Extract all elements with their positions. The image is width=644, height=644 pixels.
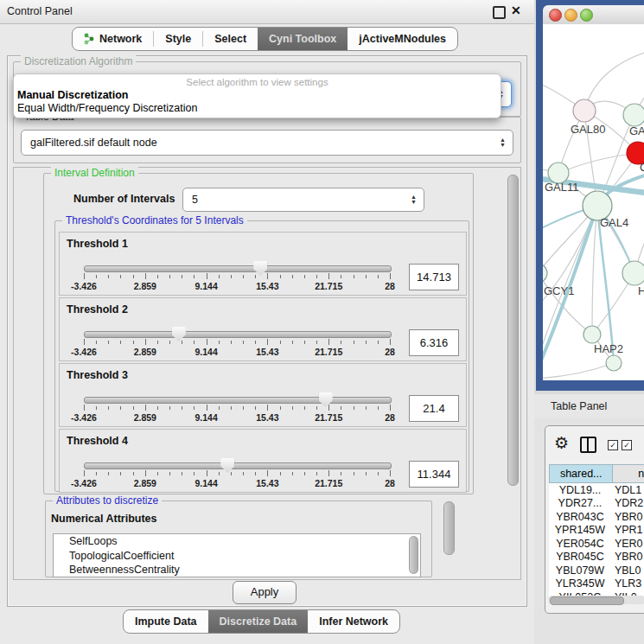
threshold-value-field[interactable]: 14.713 — [409, 264, 459, 290]
numerical-attributes-list[interactable]: SelfLoopsTopologicalCoefficientBetweenne… — [53, 533, 421, 577]
table-cell[interactable]: YBR043C — [549, 510, 611, 524]
table-cell[interactable]: YBR0 — [611, 510, 644, 524]
slider-tick — [133, 275, 134, 278]
table-row[interactable]: YDL19...YDL1 — [549, 483, 644, 497]
slider-track[interactable] — [84, 462, 392, 469]
table-cell[interactable]: YBL0 — [611, 564, 644, 577]
tab-network[interactable]: Network — [73, 28, 153, 50]
table-row[interactable]: YBR045CYBR0 — [549, 551, 644, 564]
network-node-hap2[interactable] — [583, 326, 601, 343]
table-cell[interactable]: YDL19... — [549, 483, 611, 497]
table-row[interactable]: YER054CYER0 — [549, 537, 644, 551]
network-edge[interactable] — [543, 273, 592, 335]
thresholds-group-title: Threshold's Coordinates for 5 Intervals — [62, 214, 247, 226]
slider-tick — [243, 275, 244, 278]
algorithm-option-2[interactable]: Equal Width/Frequency Discretization — [17, 102, 493, 114]
table-row[interactable]: YLR345WYLR3 — [549, 577, 644, 591]
network-node-h[interactable] — [622, 261, 644, 285]
tab-cyni-toolbox[interactable]: Cyni Toolbox — [258, 28, 348, 50]
table-row[interactable]: YBR043CYBR0 — [549, 510, 644, 524]
bottom-tab-discretize-data[interactable]: Discretize Data — [208, 610, 309, 633]
slider-tick — [292, 406, 293, 410]
close-icon[interactable]: ✕ — [511, 3, 521, 17]
algorithm-option-1[interactable]: Manual Discretization — [17, 89, 493, 101]
close-traffic-light-icon[interactable] — [549, 9, 562, 22]
table-row[interactable]: YDR27...YDR2 — [549, 497, 644, 511]
tab-style[interactable]: Style — [154, 28, 202, 50]
network-node-gcy1[interactable] — [543, 264, 547, 283]
slider-tick — [207, 470, 207, 476]
slider-tick — [120, 406, 121, 410]
table-cell[interactable]: YLR3 — [611, 577, 644, 591]
apply-button[interactable]: Apply — [233, 581, 296, 604]
slider-handle[interactable] — [319, 392, 333, 407]
slider-tick — [169, 406, 170, 410]
threshold-value-field[interactable]: 6.316 — [409, 329, 459, 356]
table-cell[interactable]: YLR345W — [549, 577, 611, 591]
threshold-value-field[interactable]: 11.344 — [409, 461, 459, 488]
table-cell[interactable]: YPR1 — [611, 524, 644, 538]
slider-tick-label: -3.426 — [71, 347, 97, 357]
network-edge[interactable] — [584, 50, 644, 111]
numerical-attributes-label: Numerical Attributes — [51, 513, 156, 525]
table-row[interactable]: YBL079WYBL0 — [549, 564, 644, 577]
bottom-tab-impute-data[interactable]: Impute Data — [124, 610, 208, 633]
minimize-traffic-light-icon[interactable] — [564, 9, 577, 22]
deselect-all-checkbox-icon[interactable]: ✓ — [622, 440, 632, 450]
table-cell[interactable]: YER0 — [611, 537, 644, 551]
network-node-ga[interactable] — [623, 104, 644, 126]
table-column-header[interactable]: shared... — [549, 464, 613, 483]
table-data-combobox[interactable]: galFiltered.sif default node ▲▼ — [21, 130, 513, 156]
slider-tick — [390, 405, 391, 411]
gear-icon[interactable]: ⚙ — [554, 433, 569, 452]
inner-scrollbar-thumb[interactable] — [443, 501, 455, 555]
network-node[interactable] — [606, 355, 622, 371]
slider-tick — [182, 406, 182, 410]
float-window-icon[interactable] — [493, 6, 506, 19]
table-cell[interactable]: YPR145W — [549, 524, 611, 538]
attribute-list-item[interactable]: TopologicalCoefficient — [54, 549, 420, 564]
slider-tick — [182, 341, 182, 344]
slider-handle[interactable] — [220, 458, 234, 473]
slider-tick — [390, 273, 391, 279]
slider-tick — [341, 472, 341, 475]
slider-tick-label: 21.715 — [315, 412, 342, 423]
slider-track[interactable] — [84, 331, 392, 338]
threshold-value-field[interactable]: 21.4 — [409, 395, 459, 422]
network-node-gal80[interactable] — [573, 99, 596, 122]
column-layout-icon[interactable] — [580, 437, 596, 453]
table-column-header[interactable]: n — [613, 464, 644, 483]
number-of-intervals-combobox[interactable]: 5 ▲▼ — [182, 188, 424, 212]
network-edge[interactable] — [543, 363, 614, 379]
table-cell[interactable]: YDR2 — [611, 497, 644, 511]
network-edge[interactable] — [592, 206, 597, 335]
slider-tick — [354, 472, 354, 475]
network-node-label: GAL11 — [545, 181, 579, 194]
attribute-list-item[interactable]: BetweennessCentrality — [54, 563, 420, 577]
slider-track[interactable] — [84, 265, 392, 272]
bottom-tab-infer-network[interactable]: Infer Network — [308, 610, 399, 633]
slider-tick-label: 15.43 — [256, 281, 278, 291]
slider-track[interactable] — [84, 397, 392, 404]
slider-tick-label: 2.859 — [134, 412, 156, 423]
table-cell[interactable]: YDR27... — [549, 497, 611, 511]
slider-handle[interactable] — [253, 261, 267, 276]
settings-scrollbar-thumb[interactable] — [507, 175, 519, 486]
slider-handle[interactable] — [172, 327, 186, 341]
table-hscroll-thumb[interactable] — [550, 596, 624, 605]
table-cell[interactable]: YDL1 — [611, 483, 644, 497]
attributes-list-scrollbar-thumb[interactable] — [409, 536, 418, 574]
table-cell[interactable]: YBR045C — [549, 551, 611, 564]
table-cell[interactable]: YER054C — [549, 537, 611, 551]
slider-tick — [231, 406, 232, 410]
table-cell[interactable]: YBL079W — [549, 564, 611, 577]
network-canvas[interactable]: GAL80GACGAL11GAL4GCY1HHAP2 — [543, 24, 644, 380]
table-cell[interactable]: YBR0 — [611, 551, 644, 564]
select-all-checkbox-icon[interactable]: ✓ — [608, 440, 618, 450]
table-row[interactable]: YPR145WYPR1 — [549, 524, 644, 538]
attribute-list-item[interactable]: SelfLoops — [54, 534, 420, 549]
tab-jactivemnodules[interactable]: jActiveMNodules — [348, 28, 457, 50]
zoom-traffic-light-icon[interactable] — [580, 9, 593, 22]
slider-tick — [292, 341, 293, 344]
tab-select[interactable]: Select — [203, 28, 258, 50]
